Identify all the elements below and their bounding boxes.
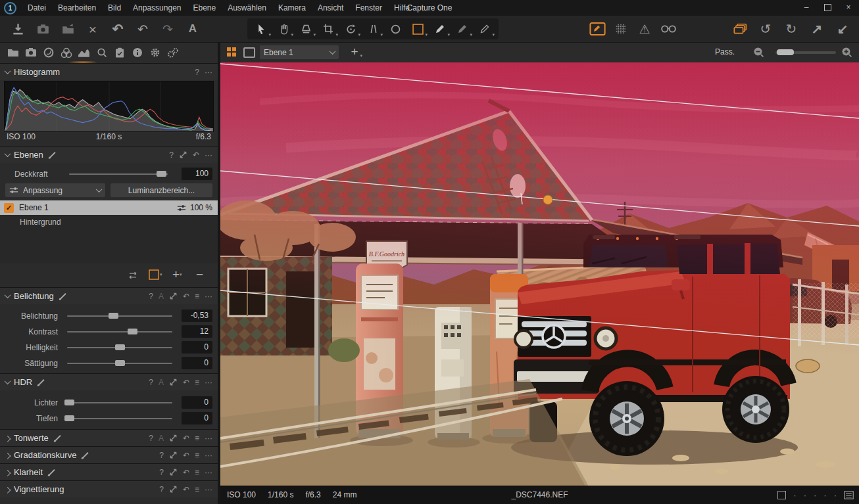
help-icon[interactable]: ? <box>159 485 164 494</box>
redo-icon[interactable]: ↷ <box>158 19 178 39</box>
saettigung-slider[interactable] <box>67 363 172 364</box>
spot-tool-icon[interactable] <box>385 19 405 39</box>
auto-adjust-icon[interactable]: A <box>159 434 164 443</box>
keystone-tool-icon[interactable]: ▾ <box>363 19 383 39</box>
brush-icon[interactable] <box>36 378 45 387</box>
capture-icon[interactable] <box>33 19 53 39</box>
brush-icon[interactable] <box>47 468 56 477</box>
opacity-value[interactable]: 100 <box>182 168 212 180</box>
help-icon[interactable]: ? <box>169 150 174 160</box>
photo[interactable]: B.F.Goodrich <box>220 62 859 486</box>
layer-checkbox[interactable]: ✓ <box>4 203 14 213</box>
help-icon[interactable]: ? <box>195 68 199 77</box>
presets-icon[interactable]: ≡ <box>195 451 199 460</box>
more-icon[interactable]: ··· <box>205 468 212 477</box>
edit-mask-visibility-icon[interactable] <box>587 19 607 39</box>
tab-lens-icon[interactable] <box>39 44 57 61</box>
zoom-out-icon[interactable] <box>753 47 764 58</box>
rating-dot-5[interactable]: · <box>834 491 837 499</box>
copy-adjustments-icon[interactable] <box>169 378 178 386</box>
zoom-fit-label[interactable]: Pass. <box>715 42 735 62</box>
copy-adjustments-icon[interactable] <box>179 150 187 159</box>
tonwerte-header[interactable]: Tonwerte ? A ↶ ≡ ··· <box>0 430 218 446</box>
histogram-header[interactable]: Histogramm ? ··· <box>0 64 218 80</box>
rating-dot-4[interactable]: · <box>823 491 826 499</box>
tab-output-icon[interactable] <box>146 44 164 61</box>
rotate-ccw-icon[interactable]: ↺ <box>756 19 775 39</box>
tab-metadata-icon[interactable] <box>128 44 146 61</box>
brush-icon[interactable] <box>53 434 62 443</box>
viewer-layer-dropdown[interactable]: Ebene 1 <box>260 45 339 59</box>
add-layer-icon[interactable]: +▾ <box>172 267 182 282</box>
pan-tool-icon[interactable]: ▾ <box>274 19 293 39</box>
menu-fenster[interactable]: Fenster <box>349 0 388 16</box>
fill-mask-tool-icon[interactable]: ▾ <box>453 19 472 39</box>
undo-icon[interactable]: ↶ <box>133 19 153 39</box>
auto-adjust-icon[interactable]: A <box>159 378 164 387</box>
rating-dot-3[interactable]: · <box>814 491 816 499</box>
layers-header[interactable]: Ebenen ? ↶ ··· <box>0 147 218 163</box>
gradient-mask-handle[interactable] <box>543 195 552 204</box>
menu-bild[interactable]: Bild <box>102 0 127 16</box>
new-gradient-mask-icon[interactable]: ▾ <box>149 269 162 280</box>
brush-icon[interactable] <box>58 292 67 301</box>
reset-icon[interactable]: ↶ <box>193 150 199 160</box>
tab-library-icon[interactable] <box>4 44 22 61</box>
exposure-warning-icon[interactable]: ⚠ <box>635 19 654 39</box>
menu-ansicht[interactable]: Ansicht <box>312 0 349 16</box>
zoom-in-icon[interactable] <box>841 47 852 58</box>
zoom-slider[interactable] <box>775 51 836 54</box>
hdr-header[interactable]: HDR ? A ↶ ≡ ··· <box>0 374 218 390</box>
metadata-list-icon[interactable] <box>844 491 854 499</box>
copy-adjustments-icon[interactable] <box>169 451 178 459</box>
rotate-cw-icon[interactable]: ↻ <box>781 19 801 39</box>
minimize-button[interactable]: – <box>796 0 817 16</box>
more-icon[interactable]: ··· <box>205 434 212 443</box>
auto-adjust-icon[interactable]: A <box>159 292 164 301</box>
presets-icon[interactable]: ≡ <box>195 378 199 387</box>
belichtung-slider[interactable] <box>67 315 172 317</box>
single-view-icon[interactable] <box>243 47 255 58</box>
menu-ebene[interactable]: Ebene <box>187 0 222 16</box>
help-icon[interactable]: ? <box>159 451 164 460</box>
help-icon[interactable]: ? <box>149 292 153 301</box>
tab-color-icon[interactable] <box>57 44 75 61</box>
delete-icon[interactable]: × <box>83 19 103 39</box>
draw-mask-tool-icon[interactable]: ▾ <box>430 19 450 39</box>
more-icon[interactable]: ··· <box>205 150 212 160</box>
reset-icon[interactable]: ↶ <box>183 485 189 494</box>
tab-adjustments-icon[interactable] <box>110 44 128 61</box>
help-icon[interactable]: ? <box>159 468 164 477</box>
grid-overlay-icon[interactable] <box>611 19 631 39</box>
klarheit-header[interactable]: Klarheit ? ↶ ≡ ··· <box>0 464 218 480</box>
copy-adjustments-icon[interactable] <box>169 434 178 442</box>
brush-icon[interactable] <box>80 451 89 460</box>
reset-icon[interactable]: ↶ <box>183 468 189 477</box>
menu-anpassungen[interactable]: Anpassungen <box>127 0 187 16</box>
more-icon[interactable]: ··· <box>205 485 212 494</box>
add-mask-icon[interactable]: +▾ <box>347 44 362 60</box>
more-icon[interactable]: ··· <box>205 451 212 460</box>
exposure-header[interactable]: Belichtung ? A ↶ ≡ ··· <box>0 288 218 304</box>
opacity-slider[interactable] <box>69 173 168 175</box>
rating-dot-1[interactable]: · <box>793 491 796 499</box>
brush-icon[interactable] <box>47 150 57 160</box>
loupe-tool-icon[interactable]: ▾ <box>296 19 316 39</box>
import-icon[interactable] <box>8 19 28 39</box>
proof-profile-icon[interactable] <box>658 19 678 39</box>
image-canvas[interactable]: B.F.Goodrich <box>220 62 859 486</box>
multi-view-icon[interactable] <box>227 47 236 57</box>
remove-layer-icon[interactable]: − <box>196 267 203 282</box>
help-icon[interactable]: ? <box>149 434 153 443</box>
rating-dot-2[interactable]: · <box>804 491 806 499</box>
presets-icon[interactable]: ≡ <box>195 292 199 301</box>
styles-icon[interactable]: A <box>183 19 203 39</box>
tab-exposure-icon[interactable] <box>75 44 93 61</box>
kontrast-value[interactable]: 12 <box>182 325 212 338</box>
reset-icon[interactable]: ↶ <box>183 434 189 443</box>
help-icon[interactable]: ? <box>149 378 153 387</box>
tiefen-value[interactable]: 0 <box>182 412 212 424</box>
luminance-range-button[interactable]: Luminanzbereich... <box>110 183 212 197</box>
saettigung-value[interactable]: 0 <box>182 357 212 369</box>
gradationskurve-header[interactable]: Gradationskurve ? ↶ ≡ ··· <box>0 447 218 463</box>
